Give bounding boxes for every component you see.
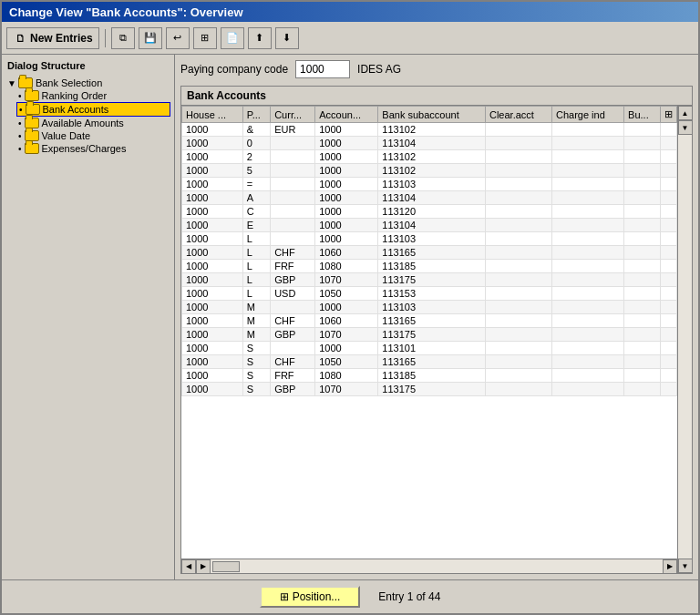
save-button[interactable]: 💾 xyxy=(139,27,162,49)
title-bar: Change View "Bank Accounts": Overview xyxy=(2,2,698,22)
horizontal-scrollbar[interactable]: ◀ ▶ ▶ xyxy=(181,559,677,573)
scroll-left-button[interactable]: ◀ xyxy=(181,559,196,574)
table-row[interactable]: 100001000113104 xyxy=(182,137,677,150)
cell-charge xyxy=(551,260,623,273)
cell-subaccount: 113102 xyxy=(378,150,486,164)
cell-house: 1000 xyxy=(182,273,243,287)
table-row[interactable]: 1000LFRF1080113185 xyxy=(182,260,677,273)
sidebar-item-available-amounts[interactable]: • Available Amounts xyxy=(16,117,170,129)
h-scroll-track[interactable] xyxy=(211,559,663,574)
copy-button[interactable]: ⧉ xyxy=(111,27,135,49)
table-row[interactable]: 100021000113102 xyxy=(182,150,677,164)
table-row[interactable]: 1000LCHF1060113165 xyxy=(182,246,677,260)
table-row[interactable]: 1000SCHF1050113165 xyxy=(182,355,677,369)
cell-charge xyxy=(551,328,623,342)
cell-account: 1000 xyxy=(315,150,378,164)
col-settings-header: ⊞ xyxy=(661,107,677,123)
cell-house: 1000 xyxy=(182,246,243,260)
cell-house: 1000 xyxy=(182,301,243,314)
table-row[interactable]: 1000SGBP1070113175 xyxy=(182,383,677,396)
download-button[interactable]: ⬇ xyxy=(275,27,299,49)
cell-settings xyxy=(661,355,677,369)
cell-house: 1000 xyxy=(182,314,243,328)
table-row[interactable]: 1000MGBP1070113175 xyxy=(182,328,677,342)
table-row[interactable]: 1000L1000113103 xyxy=(182,232,677,246)
col-curr-header: Curr... xyxy=(271,107,315,123)
scroll-up-button[interactable]: ▲ xyxy=(678,106,693,120)
cell-pmt: 0 xyxy=(242,137,270,150)
scroll-down-button[interactable]: ▼ xyxy=(678,120,693,135)
cell-bu xyxy=(624,219,661,232)
table-row[interactable]: 1000LGBP1070113175 xyxy=(182,273,677,287)
cell-curr xyxy=(271,178,315,191)
table-row[interactable]: 1000&EUR1000113102 xyxy=(182,123,677,137)
cell-account: 1000 xyxy=(315,205,378,219)
table-row[interactable]: 1000SFRF1080113185 xyxy=(182,369,677,383)
cell-charge xyxy=(551,246,623,260)
cell-account: 1060 xyxy=(315,314,378,328)
h-scroll-thumb[interactable] xyxy=(212,561,240,572)
table-row[interactable]: 1000LUSD1050113153 xyxy=(182,287,677,301)
table-row[interactable]: 1000S1000113101 xyxy=(182,342,677,355)
cell-bu xyxy=(624,178,661,191)
cell-bu xyxy=(624,383,661,396)
v-scroll-track[interactable] xyxy=(678,135,693,559)
table-row[interactable]: 100051000113102 xyxy=(182,164,677,178)
col-house-header: House ... xyxy=(182,107,243,123)
page-button[interactable]: 📄 xyxy=(221,27,244,49)
table-row[interactable]: 1000=1000113103 xyxy=(182,178,677,191)
position-button[interactable]: ⊞ Position... xyxy=(260,586,361,608)
cell-clear xyxy=(485,232,551,246)
scroll-right-end-button[interactable]: ▶ xyxy=(663,559,677,574)
cell-charge xyxy=(551,287,623,301)
cell-subaccount: 113165 xyxy=(378,314,486,328)
cell-account: 1060 xyxy=(315,246,378,260)
execute-button[interactable]: ⊞ xyxy=(193,27,217,49)
cell-charge xyxy=(551,178,623,191)
table-row[interactable]: 1000A1000113104 xyxy=(182,191,677,205)
col-bu-header: Bu... xyxy=(624,107,661,123)
cell-settings xyxy=(661,246,677,260)
bullet-ranking-icon: • xyxy=(18,91,22,101)
scroll-bottom-button[interactable]: ▼ xyxy=(678,559,693,573)
table-row[interactable]: 1000MCHF1060113165 xyxy=(182,314,677,328)
sidebar-item-bank-accounts[interactable]: • Bank Accounts xyxy=(16,102,170,117)
sidebar-item-value-date[interactable]: • Value Date xyxy=(16,129,170,142)
table-row[interactable]: 1000M1000113103 xyxy=(182,301,677,314)
company-code-label: Paying company code xyxy=(180,63,288,76)
cell-charge xyxy=(551,150,623,164)
table-wrapper[interactable]: House ... P... Curr... Accoun... Bank su… xyxy=(181,106,677,559)
table-row[interactable]: 1000C1000113120 xyxy=(182,205,677,219)
cell-house: 1000 xyxy=(182,178,243,191)
sidebar-item-ranking-order-label: Ranking Order xyxy=(42,90,108,101)
scroll-right-button[interactable]: ▶ xyxy=(196,559,211,574)
toolbar: 🗋 New Entries ⧉ 💾 ↩ ⊞ 📄 ⬆ ⬇ xyxy=(2,22,698,55)
cell-account: 1070 xyxy=(315,273,378,287)
vertical-scrollbar[interactable]: ▲ ▼ ▼ xyxy=(677,106,692,573)
table-container: House ... P... Curr... Accoun... Bank su… xyxy=(181,106,677,573)
cell-account: 1080 xyxy=(315,369,378,383)
cell-bu xyxy=(624,342,661,355)
new-entries-button[interactable]: 🗋 New Entries xyxy=(6,27,99,49)
sidebar-item-expenses-charges[interactable]: • Expenses/Charges xyxy=(16,142,170,155)
toolbar-separator-1 xyxy=(105,29,106,47)
sidebar-item-ranking-order[interactable]: • Ranking Order xyxy=(16,89,170,102)
execute-icon: ⊞ xyxy=(198,31,212,46)
save-icon: 💾 xyxy=(143,31,158,46)
cell-account: 1070 xyxy=(315,383,378,396)
folder-expenses-icon xyxy=(25,143,39,154)
cell-settings xyxy=(661,205,677,219)
cell-pmt: = xyxy=(242,178,270,191)
cell-settings xyxy=(661,328,677,342)
cell-subaccount: 113175 xyxy=(378,383,486,396)
cell-pmt: A xyxy=(242,191,270,205)
back-button[interactable]: ↩ xyxy=(166,27,190,49)
cell-clear xyxy=(485,355,551,369)
upload-button[interactable]: ⬆ xyxy=(248,27,272,49)
cell-clear xyxy=(485,123,551,137)
cell-subaccount: 113165 xyxy=(378,355,486,369)
cell-curr: FRF xyxy=(271,369,315,383)
cell-subaccount: 113185 xyxy=(378,260,486,273)
company-code-input[interactable] xyxy=(295,60,350,78)
table-row[interactable]: 1000E1000113104 xyxy=(182,219,677,232)
